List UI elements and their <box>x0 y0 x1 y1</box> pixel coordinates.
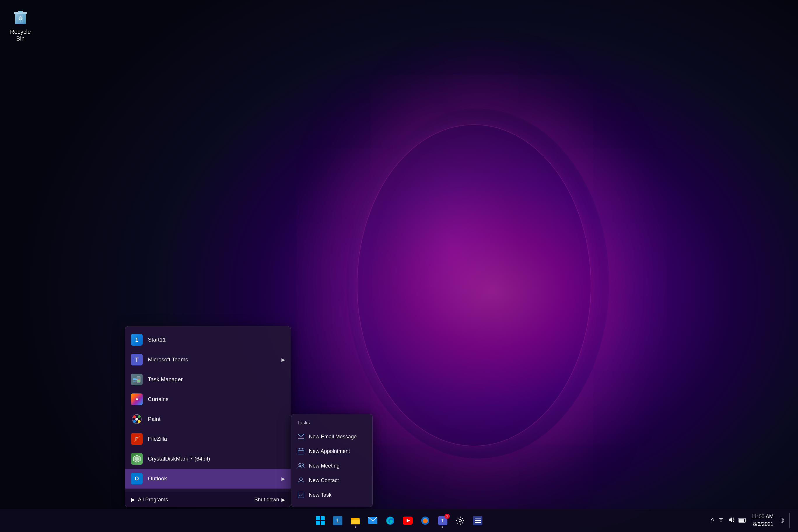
recycle-bin-label: Recycle Bin <box>8 28 33 42</box>
taskbar-teams-icon[interactable]: T 1 <box>435 513 450 528</box>
menu-bottom-bar: ▶ All Programs Shut down ▶ <box>125 492 291 507</box>
task-new-meeting[interactable]: New Meeting <box>291 458 373 473</box>
task-new-appointment-label: New Appointment <box>309 448 350 454</box>
clock-time: 11:00 AM <box>751 513 774 520</box>
svg-text:T: T <box>441 518 444 523</box>
task-new-meeting-label: New Meeting <box>309 463 340 469</box>
taskbar-explorer-icon[interactable] <box>348 513 363 528</box>
task-new-email-label: New Email Message <box>309 434 357 440</box>
outlook-icon: O <box>131 473 142 484</box>
svg-rect-57 <box>739 519 744 522</box>
menu-item-filezilla[interactable]: F FileZilla <box>125 429 291 449</box>
svg-point-32 <box>299 463 301 466</box>
taskbar-start-button[interactable] <box>313 513 328 528</box>
new-email-icon <box>297 433 305 440</box>
paint-icon <box>131 413 142 425</box>
crystaldisk-icon <box>131 453 142 464</box>
svg-rect-56 <box>745 519 746 521</box>
menu-item-curtains-label: Curtains <box>148 396 169 402</box>
teams-icon: T <box>131 354 142 365</box>
menu-item-filezilla-label: FileZilla <box>148 436 167 442</box>
svg-rect-40 <box>351 520 360 525</box>
svg-rect-2 <box>18 11 23 13</box>
new-contact-icon <box>297 477 305 484</box>
taskmanager-icon <box>131 374 142 385</box>
taskbar-edge-icon[interactable] <box>383 513 398 528</box>
notification-icon[interactable]: ☽ <box>778 516 784 525</box>
menu-item-teams[interactable]: T Microsoft Teams ▶ <box>125 350 291 369</box>
teams-submenu-arrow: ▶ <box>282 357 285 363</box>
wifi-icon[interactable] <box>718 516 724 525</box>
teams-dot <box>442 527 443 528</box>
recycle-bin-graphic: ♻ <box>11 8 30 27</box>
svg-point-34 <box>300 478 302 481</box>
new-meeting-icon <box>297 462 305 470</box>
system-tray-chevron[interactable]: ^ <box>711 516 714 525</box>
taskbar-start11bar2-icon[interactable] <box>470 513 485 528</box>
task-new-task-label: New Task <box>309 492 331 498</box>
menu-item-crystaldisk[interactable]: CrystalDiskMark 7 (64bit) <box>125 449 291 469</box>
taskbar-clock[interactable]: 11:00 AM 8/6/2021 <box>751 513 774 528</box>
taskbar-mail-icon[interactable] <box>365 513 380 528</box>
recycle-bin-icon[interactable]: ♻ Recycle Bin <box>6 6 35 44</box>
all-programs-arrow: ▶ <box>131 496 135 503</box>
svg-rect-13 <box>137 379 140 380</box>
task-new-contact-label: New Contact <box>309 477 339 483</box>
new-task-icon <box>297 491 305 499</box>
task-new-contact[interactable]: New Contact <box>291 473 373 488</box>
menu-item-start11[interactable]: 1 Start11 <box>125 330 291 350</box>
menu-item-teams-label: Microsoft Teams <box>148 356 188 363</box>
start11-icon: 1 <box>131 334 142 346</box>
svg-point-33 <box>302 464 304 466</box>
shutdown-arrow: ▶ <box>282 497 285 502</box>
svg-point-17 <box>133 420 136 423</box>
menu-item-taskmanager-label: Task Manager <box>148 376 183 383</box>
svg-marker-54 <box>729 517 732 522</box>
shutdown-button[interactable]: Shut down ▶ <box>254 497 285 503</box>
svg-point-18 <box>138 420 140 423</box>
teams-badge: 1 <box>444 514 450 519</box>
outlook-submenu-arrow: ▶ <box>282 476 285 481</box>
menu-items-list: 1 Start11 T Microsoft Teams ▶ <box>125 326 291 492</box>
task-new-email[interactable]: New Email Message <box>291 429 373 444</box>
taskbar-firefox-icon[interactable] <box>418 513 433 528</box>
shutdown-label: Shut down <box>254 497 279 503</box>
taskbar-settings-icon[interactable] <box>453 513 468 528</box>
menu-item-paint[interactable]: Paint <box>125 409 291 429</box>
svg-rect-39 <box>351 518 354 520</box>
start-menu: 1 Start11 T Microsoft Teams ▶ <box>125 326 291 507</box>
menu-item-paint-label: Paint <box>148 416 160 422</box>
menu-item-taskmanager[interactable]: Task Manager <box>125 369 291 390</box>
filezilla-icon: F <box>131 433 142 445</box>
taskbar-start11-icon[interactable]: 1 <box>330 513 345 528</box>
task-new-task[interactable]: New Task <box>291 488 373 502</box>
menu-item-crystaldisk-label: CrystalDiskMark 7 (64bit) <box>148 456 210 462</box>
taskbar-icons-group: 1 <box>313 513 485 528</box>
battery-icon[interactable] <box>739 516 747 525</box>
task-new-appointment[interactable]: New Appointment <box>291 444 373 458</box>
taskbar: 1 <box>0 509 798 532</box>
taskbar-system-tray: ^ <box>711 513 792 528</box>
svg-rect-28 <box>298 449 304 454</box>
svg-text:O: O <box>135 476 139 481</box>
svg-rect-12 <box>137 380 140 382</box>
svg-rect-10 <box>133 381 136 381</box>
svg-point-49 <box>459 519 461 522</box>
menu-item-curtains[interactable]: ✦ Curtains <box>125 390 291 409</box>
svg-point-15 <box>133 415 136 418</box>
windows-logo <box>316 516 325 525</box>
all-programs-button[interactable]: ▶ All Programs <box>131 496 168 503</box>
system-icons-group: ^ <box>711 516 747 525</box>
new-appointment-icon <box>297 448 305 455</box>
volume-icon[interactable] <box>728 516 735 525</box>
menu-item-outlook[interactable]: O Outlook ▶ <box>125 469 291 489</box>
svg-rect-8 <box>133 378 136 379</box>
svg-rect-35 <box>298 492 304 498</box>
menu-item-start11-label: Start11 <box>148 337 166 343</box>
explorer-dot <box>355 527 356 528</box>
desktop: ♻ Recycle Bin 1 Start11 <box>0 0 798 532</box>
svg-text:1: 1 <box>135 337 138 343</box>
taskbar-youtube-icon[interactable] <box>400 513 415 528</box>
clock-date: 8/6/2021 <box>751 520 774 528</box>
show-desktop-button[interactable] <box>789 513 792 528</box>
